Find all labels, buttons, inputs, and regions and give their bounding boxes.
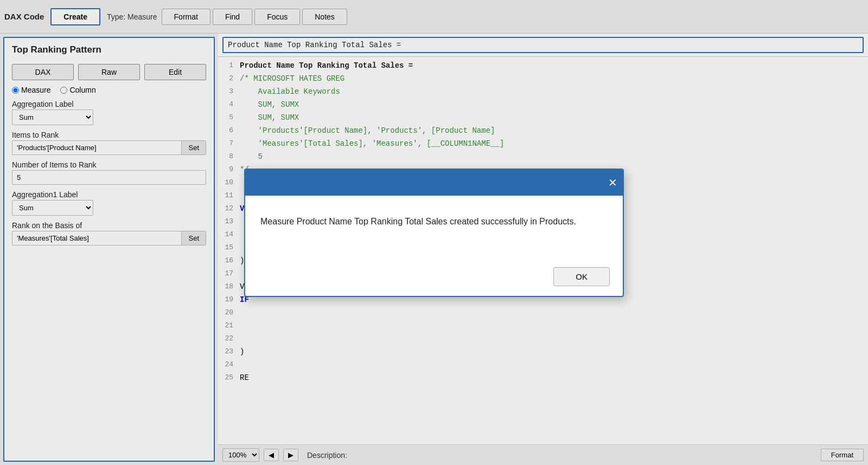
modal-close-button[interactable]: ✕ bbox=[608, 177, 617, 188]
modal-footer: OK bbox=[245, 261, 623, 296]
modal-overlay: ✕ Measure Product Name Top Ranking Total… bbox=[0, 0, 868, 465]
modal-body: Measure Product Name Top Ranking Total S… bbox=[245, 196, 623, 261]
modal-message: Measure Product Name Top Ranking Total S… bbox=[260, 217, 576, 226]
modal-dialog: ✕ Measure Product Name Top Ranking Total… bbox=[244, 169, 624, 297]
ok-button[interactable]: OK bbox=[553, 267, 610, 286]
modal-header: ✕ bbox=[245, 170, 623, 196]
